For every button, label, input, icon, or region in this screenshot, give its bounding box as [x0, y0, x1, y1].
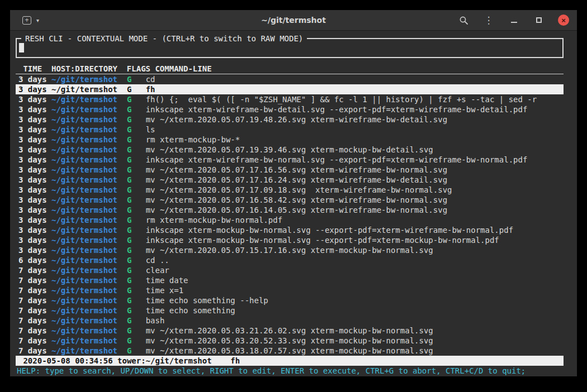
- row-flags: G: [127, 256, 131, 265]
- row-directory: ~/git/termshot: [51, 115, 117, 124]
- row-directory: ~/git/termshot: [51, 155, 117, 164]
- history-row[interactable]: 7 days ~/git/termshot G bash: [16, 315, 564, 326]
- row-flags: G: [127, 195, 131, 204]
- row-flags: G: [127, 185, 131, 194]
- row-command: time echo something: [146, 306, 235, 315]
- restore-button[interactable]: [533, 14, 545, 26]
- history-row[interactable]: 3 days ~/git/termshot G inkscape xterm-w…: [16, 104, 564, 114]
- status-bar: 2020-05-08 00:34:56 tower:~/git/termshot…: [16, 356, 564, 366]
- row-directory: ~/git/termshot: [51, 236, 117, 245]
- row-command: mv ~/xterm.2020.05.07.17.09.18.svg xterm…: [146, 185, 452, 194]
- history-row[interactable]: 3 days ~/git/termshot G inkscape xterm-m…: [16, 235, 564, 245]
- row-time: 3 days: [18, 75, 47, 84]
- row-directory: ~/git/termshot: [51, 85, 117, 94]
- row-command: mv ~/xterm.2020.05.07.16.58.42.svg xterm…: [146, 195, 447, 204]
- minimize-icon: [511, 22, 517, 23]
- row-directory: ~/git/termshot: [51, 135, 117, 144]
- history-row[interactable]: 7 days ~/git/termshot G time echo someth…: [16, 295, 564, 305]
- history-row[interactable]: 3 days ~/git/termshot G mv ~/xterm.2020.…: [16, 165, 564, 175]
- kebab-menu-icon: ⋮: [484, 16, 494, 25]
- history-row[interactable]: 7 days ~/git/termshot G time x=1: [16, 285, 564, 295]
- history-row[interactable]: 3 days ~/git/termshot G ls: [16, 125, 564, 135]
- row-time: 7 days: [18, 326, 47, 335]
- history-row[interactable]: 7 days ~/git/termshot G clear: [16, 265, 564, 275]
- search-button[interactable]: [457, 14, 470, 26]
- row-command: mv ~/xterm.2020.05.07.15.17.16.svg xterm…: [146, 246, 433, 255]
- row-flags: G: [127, 175, 131, 184]
- row-flags: G: [127, 125, 131, 134]
- history-row[interactable]: 3 days ~/git/termshot G mv ~/xterm.2020.…: [16, 185, 564, 195]
- text-cursor: [19, 43, 24, 52]
- row-flags: G: [127, 155, 131, 164]
- row-directory: ~/git/termshot: [51, 175, 117, 184]
- history-row[interactable]: 3 days ~/git/termshot G fh: [16, 84, 564, 94]
- history-row[interactable]: 7 days ~/git/termshot G mv ~/xterm.2020.…: [16, 346, 564, 356]
- history-row[interactable]: 3 days ~/git/termshot G inkscape xterm-m…: [16, 225, 564, 235]
- row-flags: G: [127, 165, 131, 174]
- row-directory: ~/git/termshot: [51, 316, 117, 325]
- row-time: 3 days: [18, 135, 47, 144]
- status-host-directory: tower:~/git/termshot: [117, 356, 212, 365]
- row-command: clear: [146, 266, 169, 275]
- history-row[interactable]: 3 days ~/git/termshot G mv ~/xterm.2020.…: [16, 245, 564, 255]
- history-row[interactable]: 3 days ~/git/termshot G rm xterm-mockup-…: [16, 135, 564, 145]
- history-row[interactable]: 7 days ~/git/termshot G mv ~/xterm.2020.…: [16, 326, 564, 336]
- window-title: ~/git/termshot: [261, 16, 326, 25]
- history-row[interactable]: 3 days ~/git/termshot G inkscape xterm-w…: [16, 155, 564, 165]
- row-directory: ~/git/termshot: [51, 165, 117, 174]
- row-directory: ~/git/termshot: [51, 216, 117, 224]
- titlebar-right-controls: ⋮ ×: [457, 14, 569, 26]
- history-row[interactable]: 7 days ~/git/termshot G time echo someth…: [16, 305, 564, 315]
- history-row[interactable]: 3 days ~/git/termshot G mv ~/xterm.2020.…: [16, 145, 564, 155]
- history-row[interactable]: 7 days ~/git/termshot G mv ~/xterm.2020.…: [16, 336, 564, 346]
- row-time: 7 days: [18, 346, 47, 355]
- row-command: mv ~/xterm.2020.05.07.17.16.24.svg xterm…: [146, 175, 447, 184]
- row-flags: G: [127, 276, 131, 285]
- row-flags: G: [127, 326, 131, 335]
- row-time: 7 days: [18, 276, 47, 285]
- history-row[interactable]: 3 days ~/git/termshot G mv ~/xterm.2020.…: [16, 205, 564, 215]
- history-row[interactable]: 7 days ~/git/termshot G time date: [16, 275, 564, 285]
- row-time: 3 days: [18, 175, 47, 184]
- row-time: 7 days: [18, 286, 47, 295]
- row-time: 7 days: [18, 296, 47, 305]
- close-button[interactable]: ×: [558, 15, 569, 26]
- row-flags: G: [127, 286, 131, 295]
- history-row[interactable]: 3 days ~/git/termshot G rm xterm-mockup-…: [16, 215, 564, 225]
- menu-button[interactable]: ⋮: [482, 14, 495, 26]
- history-row[interactable]: 6 days ~/git/termshot G cd ..: [16, 255, 564, 265]
- history-row[interactable]: 3 days ~/git/termshot G mv ~/xterm.2020.…: [16, 195, 564, 205]
- history-row[interactable]: 3 days ~/git/termshot G mv ~/xterm.2020.…: [16, 175, 564, 185]
- terminal-window: + ▾ ~/git/termshot ⋮: [10, 10, 577, 376]
- close-icon: ×: [561, 17, 566, 24]
- row-time: 3 days: [18, 165, 47, 174]
- row-command: inkscape xterm-wireframe-bw-detail.svg -…: [146, 105, 528, 114]
- row-flags: G: [127, 266, 131, 275]
- row-time: 7 days: [18, 316, 47, 325]
- row-directory: ~/git/termshot: [51, 296, 117, 305]
- row-flags: G: [127, 316, 131, 325]
- history-row[interactable]: 3 days ~/git/termshot G fh() {; eval $( …: [16, 94, 564, 104]
- history-row[interactable]: 3 days ~/git/termshot G cd: [16, 74, 564, 84]
- new-tab-icon: +: [22, 16, 31, 25]
- row-command: inkscape xterm-mockup-bw-normal.svg --ex…: [146, 236, 499, 245]
- row-directory: ~/git/termshot: [51, 105, 117, 114]
- row-directory: ~/git/termshot: [51, 346, 117, 355]
- row-time: 3 days: [18, 85, 47, 94]
- row-time: 6 days: [18, 256, 47, 265]
- row-command: mv ~/xterm.2020.05.07.19.48.26.svg xterm…: [146, 115, 447, 124]
- row-directory: ~/git/termshot: [51, 185, 117, 194]
- row-command: mv ~/xterm.2020.05.03.18.07.57.svg xterm…: [146, 346, 433, 355]
- row-flags: G: [127, 216, 131, 224]
- tab-list-dropdown-button[interactable]: ▾: [35, 16, 40, 25]
- row-flags: G: [127, 236, 131, 245]
- minimize-button[interactable]: [508, 14, 520, 26]
- row-time: 3 days: [18, 185, 47, 194]
- search-input[interactable]: RESH CLI - CONTEXTUAL MODE - (CTRL+R to …: [16, 38, 564, 58]
- history-row[interactable]: 3 days ~/git/termshot G mv ~/xterm.2020.…: [16, 114, 564, 125]
- history-rows: 3 days ~/git/termshot G cd3 days ~/git/t…: [16, 74, 564, 356]
- row-time: 3 days: [18, 195, 47, 204]
- new-tab-button[interactable]: +: [21, 15, 32, 26]
- row-command: cd ..: [146, 256, 169, 265]
- row-command: mv ~/xterm.2020.05.03.21.26.02.svg xterm…: [146, 326, 433, 335]
